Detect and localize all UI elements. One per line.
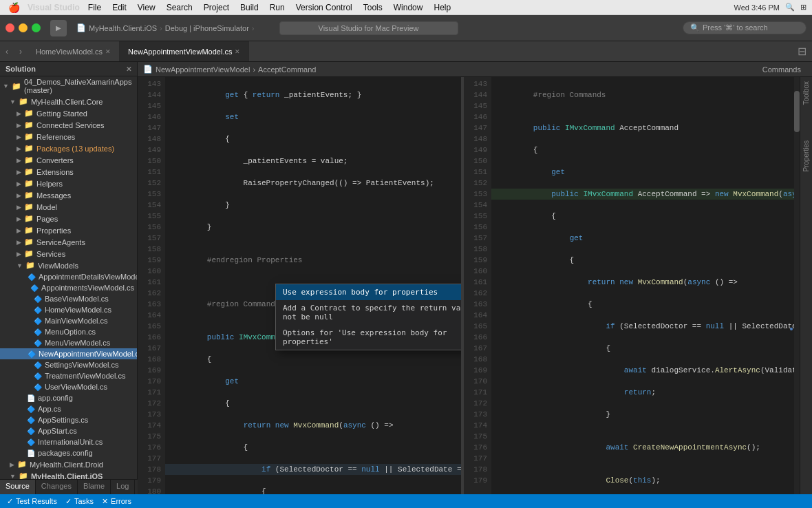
folder-icon: 📁 — [24, 132, 34, 141]
properties-tab[interactable]: Properties — [800, 136, 812, 176]
tab-close-0[interactable]: ✕ — [105, 48, 111, 55]
expand-icon: ▶ — [17, 239, 21, 246]
tree-packages[interactable]: ▶ 📁 Packages (13 updates) — [0, 142, 137, 154]
tree-file-newappointment[interactable]: 🔷 NewAppointmentViewModel.cs — [0, 348, 137, 359]
tree-label: App.cs — [38, 405, 61, 413]
menu-tools[interactable]: Tools — [358, 0, 388, 15]
errors-label: Errors — [111, 497, 131, 505]
tree-file-mainviewmodel[interactable]: 🔷 MainViewModel.cs — [0, 315, 137, 326]
tree-file-appsettings[interactable]: 🔷 AppSettings.cs — [0, 414, 137, 425]
close-button[interactable] — [6, 23, 14, 32]
tab-close-1[interactable]: ✕ — [235, 48, 240, 55]
scrollbar-track[interactable] — [794, 77, 800, 494]
tab-homeviewmodel[interactable]: HomeViewModel.cs ✕ — [28, 41, 120, 61]
run-button[interactable]: ▶ — [50, 20, 67, 36]
tab-prev[interactable]: ‹ — [0, 41, 14, 61]
tree-viewmodels[interactable]: ▼ 📁 ViewModels — [0, 260, 137, 271]
errors-item[interactable]: ✕ Errors — [102, 497, 131, 506]
tree-file-menuoption[interactable]: 🔷 MenuOption.cs — [0, 326, 137, 337]
scrollbar-thumb[interactable] — [794, 91, 800, 132]
ac-label: Add a Contract to specify the return val… — [283, 304, 461, 321]
toolbox-tab[interactable]: Toolbox — [800, 77, 812, 109]
expand-icon: ▶ — [17, 122, 21, 129]
menu-run[interactable]: Run — [264, 0, 290, 15]
right-editor-pane: 143144145146147 148149150151152 15315415… — [464, 77, 800, 494]
tab-source[interactable]: Source — [0, 480, 36, 494]
tree-serviceagents[interactable]: ▶ 📁 ServiceAgents — [0, 236, 137, 248]
tree-file-internationalunit[interactable]: 🔷 InternationalUnit.cs — [0, 436, 137, 447]
tree-label: Messages — [36, 191, 71, 200]
menu-file[interactable]: File — [83, 0, 107, 15]
menu-build[interactable]: Build — [235, 0, 264, 15]
tab-log[interactable]: Log — [111, 480, 135, 494]
folder-icon: 📁 — [12, 82, 21, 91]
tree-helpers[interactable]: ▶ 📁 Helpers — [0, 178, 137, 189]
tree-droid[interactable]: ▶ 📁 MyHealth.Client.Droid — [0, 458, 137, 470]
menu-window[interactable]: Window — [388, 0, 429, 15]
menu-view[interactable]: View — [132, 0, 161, 15]
folder-icon: 📁 — [24, 249, 34, 258]
tree-extensions[interactable]: ▶ 📁 Extensions — [0, 166, 137, 178]
tree-references[interactable]: ▶ 📁 References — [0, 131, 137, 142]
split-editor-icon[interactable]: ⊟ — [798, 45, 806, 58]
tree-file-settingsviewmodel[interactable]: 🔷 SettingsViewModel.cs — [0, 359, 137, 370]
expand-icon: ▼ — [10, 98, 16, 105]
tree-client-core[interactable]: ▼ 📁 MyHealth.Client.Core — [0, 96, 137, 107]
menu-project[interactable]: Project — [198, 0, 235, 15]
file-icon: 🔷 — [34, 295, 42, 303]
tab-changes[interactable]: Changes — [36, 480, 78, 494]
toolbar-search[interactable]: 🔍 Press '⌘' to search — [683, 21, 806, 34]
autocomplete-item-2[interactable]: Options for 'Use expression body for pro… — [276, 325, 461, 350]
apple-menu[interactable]: 🍎 — [0, 2, 28, 13]
tree-messages[interactable]: ▶ 📁 Messages — [0, 189, 137, 201]
menu-edit[interactable]: Edit — [107, 0, 132, 15]
tree-pages[interactable]: ▶ 📁 Pages — [0, 213, 137, 224]
sidebar-close[interactable]: ✕ — [126, 65, 131, 73]
search-icon[interactable]: 🔍 — [785, 3, 795, 12]
tree-root[interactable]: ▼ 📁 04_Demos_NativeXamarinApps (master) — [0, 76, 137, 96]
tree-file-appcs[interactable]: 🔷 App.cs — [0, 403, 137, 414]
search-placeholder: Press '⌘' to search — [703, 23, 768, 32]
tab-newappointmentviewmodel[interactable]: NewAppointmentViewModel.cs ✕ — [120, 41, 249, 61]
tree-file-menuviewmodel[interactable]: 🔷 MenuViewModel.cs — [0, 337, 137, 348]
grid-icon[interactable]: ⊞ — [800, 3, 806, 12]
tree-file-packages[interactable]: 📄 packages.config — [0, 447, 137, 458]
tree-file-treatmentviewmodel[interactable]: 🔷 TreatmentViewModel.cs — [0, 370, 137, 381]
tree-services[interactable]: ▶ 📁 Services — [0, 248, 137, 260]
expand-icon: ▶ — [17, 145, 21, 152]
folder-icon: 📁 — [24, 214, 34, 223]
tree-file-appconfig[interactable]: 📄 app.config — [0, 392, 137, 403]
right-code-container[interactable]: 143144145146147 148149150151152 15315415… — [464, 77, 800, 494]
tasks-label: Tasks — [74, 497, 94, 505]
tree-file-baseviewmodel[interactable]: 🔷 BaseViewModel.cs — [0, 293, 137, 304]
scroll-marker — [790, 328, 793, 330]
tree-model[interactable]: ▶ 📁 Model — [0, 201, 137, 213]
tree-label: ServiceAgents — [36, 238, 85, 246]
tree-file-homeviewmodel[interactable]: 🔷 HomeViewModel.cs — [0, 304, 137, 315]
tasks-item[interactable]: ✓ Tasks — [65, 497, 94, 506]
menu-search[interactable]: Search — [161, 0, 198, 15]
tree-file-appointments[interactable]: 🔷 AppointmentsViewModel.cs — [0, 282, 137, 293]
minimize-button[interactable] — [19, 23, 28, 32]
tab-next[interactable]: › — [14, 41, 28, 61]
autocomplete-item-1[interactable]: Add a Contract to specify the return val… — [276, 300, 461, 325]
autocomplete-popup: Use expression body for properties Add a… — [275, 284, 461, 350]
tab-blame[interactable]: Blame — [78, 480, 111, 494]
expand-icon: ▼ — [10, 473, 16, 480]
tree-file-appointmentdetails[interactable]: 🔷 AppointmentDetailsViewModel.cs — [0, 271, 137, 282]
test-results-item[interactable]: ✓ Test Results — [7, 497, 57, 506]
sidebar-tree: ▼ 📁 04_Demos_NativeXamarinApps (master) … — [0, 76, 137, 494]
tabbar: ‹ › HomeViewModel.cs ✕ NewAppointmentVie… — [0, 41, 812, 62]
tree-getting-started[interactable]: ▶ 📁 Getting Started — [0, 107, 137, 119]
autocomplete-item-0[interactable]: Use expression body for properties — [276, 284, 461, 300]
tree-file-appstart[interactable]: 🔷 AppStart.cs — [0, 425, 137, 436]
tree-connected-services[interactable]: ▶ 📁 Connected Services — [0, 119, 137, 131]
menu-help[interactable]: Help — [428, 0, 456, 15]
tree-file-userviewmodel[interactable]: 🔷 UserViewModel.cs — [0, 381, 137, 392]
maximize-button[interactable] — [32, 23, 41, 32]
expand-icon: ▶ — [17, 180, 21, 187]
tree-properties[interactable]: ▶ 📁 Properties — [0, 224, 137, 236]
statusbar: ✓ Test Results ✓ Tasks ✕ Errors — [0, 494, 812, 508]
menu-version-control[interactable]: Version Control — [290, 0, 358, 15]
tree-converters[interactable]: ▶ 📁 Converters — [0, 154, 137, 166]
